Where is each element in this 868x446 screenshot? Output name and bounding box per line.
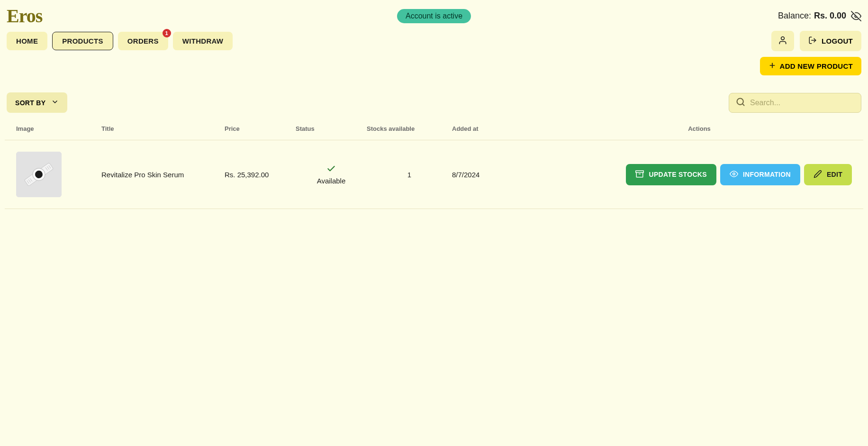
edit-button[interactable]: EDIT bbox=[804, 164, 852, 185]
cell-stocks: 1 bbox=[367, 171, 452, 179]
logout-button[interactable]: LOGOUT bbox=[800, 31, 861, 51]
balance-value: Rs. 0.00 bbox=[814, 11, 846, 21]
archive-icon bbox=[635, 170, 644, 180]
cell-status: Available bbox=[296, 164, 367, 185]
user-icon bbox=[778, 36, 787, 46]
th-price: Price bbox=[225, 125, 296, 132]
information-button[interactable]: INFORMATION bbox=[720, 164, 800, 185]
sort-label: SORT BY bbox=[15, 99, 45, 107]
tab-orders[interactable]: ORDERS 1 bbox=[118, 32, 168, 50]
search-input[interactable] bbox=[750, 99, 854, 107]
products-table: Image Title Price Status Stocks availabl… bbox=[5, 125, 863, 209]
logout-icon bbox=[808, 36, 817, 46]
tab-orders-label: ORDERS bbox=[127, 37, 159, 45]
brand-logo: Eros bbox=[7, 5, 42, 27]
tab-home[interactable]: HOME bbox=[7, 32, 47, 50]
add-new-product-label: ADD NEW PRODUCT bbox=[780, 62, 853, 70]
chevron-down-icon bbox=[51, 98, 59, 107]
product-thumbnail[interactable] bbox=[16, 152, 62, 197]
search-container bbox=[729, 93, 861, 113]
th-image: Image bbox=[16, 125, 101, 132]
th-added: Added at bbox=[452, 125, 547, 132]
update-stocks-button[interactable]: UPDATE STOCKS bbox=[626, 164, 716, 185]
header: Eros Account is active Balance: Rs. 0.00 bbox=[5, 5, 863, 27]
logout-label: LOGOUT bbox=[822, 37, 853, 45]
tab-withdraw[interactable]: WITHDRAW bbox=[173, 32, 233, 50]
svg-point-1 bbox=[781, 37, 785, 40]
nav-tabs: HOME PRODUCTS ORDERS 1 WITHDRAW bbox=[7, 32, 233, 50]
add-product-row: ADD NEW PRODUCT bbox=[5, 57, 863, 75]
svg-rect-17 bbox=[636, 171, 644, 173]
information-label: INFORMATION bbox=[743, 171, 791, 178]
cell-actions: UPDATE STOCKS INFORMATION EDIT bbox=[547, 164, 852, 185]
top-navigation: HOME PRODUCTS ORDERS 1 WITHDRAW bbox=[5, 31, 863, 51]
balance-label: Balance: bbox=[778, 11, 811, 21]
update-stocks-label: UPDATE STOCKS bbox=[649, 171, 706, 178]
th-actions: Actions bbox=[547, 125, 852, 132]
svg-line-6 bbox=[742, 103, 744, 105]
svg-point-19 bbox=[733, 173, 735, 175]
cell-title: Revitalize Pro Skin Serum bbox=[101, 171, 225, 179]
controls-row: SORT BY bbox=[5, 92, 863, 113]
cell-added: 8/7/2024 bbox=[452, 171, 547, 179]
profile-button[interactable] bbox=[771, 31, 794, 51]
balance-display: Balance: Rs. 0.00 bbox=[778, 11, 861, 21]
cell-price: Rs. 25,392.00 bbox=[225, 171, 296, 179]
eye-icon bbox=[730, 170, 738, 180]
account-status-badge: Account is active bbox=[397, 9, 471, 23]
eye-off-icon[interactable] bbox=[851, 11, 861, 21]
header-actions: LOGOUT bbox=[771, 31, 861, 51]
table-row: Revitalize Pro Skin Serum Rs. 25,392.00 … bbox=[5, 140, 863, 209]
status-label: Available bbox=[317, 177, 346, 185]
sort-by-button[interactable]: SORT BY bbox=[7, 92, 67, 113]
cell-image bbox=[16, 152, 101, 197]
orders-badge: 1 bbox=[163, 29, 171, 37]
tab-products[interactable]: PRODUCTS bbox=[52, 32, 113, 50]
add-new-product-button[interactable]: ADD NEW PRODUCT bbox=[760, 57, 862, 75]
check-icon bbox=[326, 164, 336, 175]
search-icon bbox=[736, 97, 745, 109]
pencil-icon bbox=[814, 170, 822, 180]
edit-label: EDIT bbox=[827, 171, 842, 178]
table-header: Image Title Price Status Stocks availabl… bbox=[5, 125, 863, 140]
plus-icon bbox=[769, 62, 776, 71]
th-title: Title bbox=[101, 125, 225, 132]
th-status: Status bbox=[296, 125, 367, 132]
th-stocks: Stocks available bbox=[367, 125, 452, 132]
